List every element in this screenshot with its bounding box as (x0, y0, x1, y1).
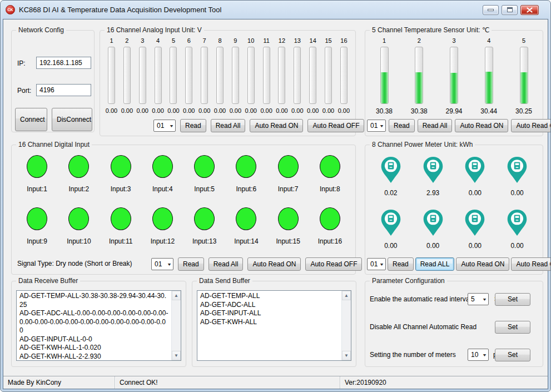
scroll-down-icon[interactable]: ▼ (172, 351, 181, 360)
digital-read-all-button[interactable]: Read All (209, 257, 244, 271)
power-meter-pin-icon (463, 209, 487, 237)
send-scrollbar[interactable]: ▲ ▼ (341, 291, 351, 360)
analog-channel-number: 3 (141, 37, 144, 46)
temperature-channel-value: 30.38 (376, 107, 393, 115)
temperature-channel: 430.44 (474, 37, 503, 115)
meters-select[interactable]: 10 ▼ (468, 349, 489, 361)
temperature-channel-number: 1 (383, 37, 386, 46)
status-connection: Connect OK! (115, 376, 340, 389)
status-version: Ver:20190920 (340, 376, 548, 389)
title-bar[interactable]: CK KC868 DI AI & Temperature Data Acquis… (1, 1, 550, 19)
digital-input-label: Input:15 (276, 237, 300, 245)
digital-auto-read-on-button[interactable]: Auto Read ON (247, 257, 301, 271)
power-controls: 01▼ReadRead ALLAuto Read ONAuto Read OFF (367, 257, 551, 271)
power-auto-read-on-button[interactable]: Auto Read ON (456, 257, 509, 271)
digital-input-indicator (27, 155, 47, 178)
digital-input-label: Input:6 (236, 185, 257, 193)
analog-channel-select[interactable]: 01▼ (153, 120, 176, 132)
receive-scrollbar[interactable]: ▲ ▼ (171, 291, 181, 360)
interval-set-button[interactable]: Set (495, 293, 530, 306)
temperature-auto-read-off-button[interactable]: Auto Read OFF (511, 119, 551, 132)
digital-read-button[interactable]: Read (178, 257, 204, 271)
power-meter: 0.02 (370, 156, 412, 197)
digital-input: Input:16 (309, 207, 351, 245)
analog-read-all-button[interactable]: Read All (211, 119, 246, 132)
temperature-channel-select[interactable]: 01▼ (367, 120, 386, 132)
close-icon (527, 7, 533, 13)
analog-channel-value: 0.00 (106, 107, 117, 114)
power-meter-pin-icon (379, 209, 403, 237)
digital-input: Input:1 (16, 155, 58, 193)
power-auto-read-off-button[interactable]: Auto Read OFF (511, 257, 551, 271)
disconnect-button[interactable]: DisConnect (52, 108, 92, 131)
analog-channel-value: 0.00 (276, 107, 287, 114)
scroll-up-icon[interactable]: ▲ (172, 291, 181, 300)
analog-channel-number: 1 (110, 37, 113, 46)
analog-channel-value: 0.00 (198, 107, 210, 114)
scroll-up-icon[interactable]: ▲ (342, 291, 351, 300)
digital-input-indicator (111, 207, 131, 230)
power-meter-group: 8 Channel Power Meter Unit: kWh 0.022.93… (365, 145, 543, 275)
connect-button[interactable]: Connect (15, 108, 47, 131)
analog-auto-read-on-button[interactable]: Auto Read ON (250, 119, 303, 132)
app-logo-text: CK (7, 8, 13, 12)
temperature-auto-read-on-button[interactable]: Auto Read ON (455, 119, 508, 132)
receive-buffer-box[interactable]: AD-GET-TEMP-ALL-30.38-30.38-29.94-30.44-… (16, 290, 181, 361)
power-channel-select[interactable]: 01▼ (367, 258, 386, 270)
ip-input[interactable] (36, 57, 91, 69)
disable-set-button[interactable]: Set (495, 321, 530, 334)
analog-channel: 80.00 (213, 37, 227, 114)
port-input[interactable] (36, 84, 91, 96)
analog-channel-number: 13 (294, 37, 301, 46)
minimize-icon (488, 9, 494, 11)
interval-select[interactable]: 5 ▼ (468, 293, 489, 305)
temperature-level-fill (485, 72, 493, 103)
analog-level-bar (232, 47, 239, 104)
temperature-read-all-button[interactable]: Read All (418, 119, 453, 132)
analog-channel-value: 0.00 (152, 107, 163, 114)
digital-input-label: Input:4 (152, 185, 173, 193)
temperature-level-fill (381, 72, 388, 103)
meters-row: Setting the number of meters 10 ▼ pcs Se… (370, 348, 538, 361)
temperature-channel-select-value: 01 (370, 122, 378, 130)
power-meter-pin-icon (505, 209, 529, 237)
digital-input-label: Input:5 (194, 185, 215, 193)
analog-channel-number: 2 (125, 37, 128, 46)
analog-level-bar (201, 47, 208, 104)
window-controls (483, 5, 545, 15)
power-meter-pin-icon (421, 209, 445, 237)
chevron-down-icon: ▼ (379, 262, 384, 266)
chevron-down-icon: ▼ (482, 297, 487, 301)
temperature-read-button[interactable]: Read (389, 119, 415, 132)
analog-read-button[interactable]: Read (180, 119, 206, 132)
analog-channel: 160.00 (337, 37, 351, 114)
scroll-down-icon[interactable]: ▼ (342, 351, 351, 360)
temperature-level-fill (520, 72, 528, 103)
analog-auto-read-off-button[interactable]: Auto Read OFF (307, 119, 364, 132)
minimize-button[interactable] (483, 5, 499, 15)
analog-channel-number: 8 (218, 37, 221, 46)
digital-input-indicator (278, 155, 299, 178)
analog-channel-number: 10 (247, 37, 254, 46)
power-meter-value: 0.00 (469, 189, 481, 197)
send-buffer-box[interactable]: AD-GET-TEMP-ALL AD-GET-ADC-ALL AD-GET-IN… (197, 290, 351, 361)
meters-set-button[interactable]: Set (495, 349, 530, 361)
analog-level-bar (139, 47, 146, 104)
power-meter: 0.00 (496, 209, 538, 250)
power-meter-value: 0.00 (469, 242, 481, 250)
power-read-all-button[interactable]: Read ALL (415, 257, 455, 271)
close-button[interactable] (520, 5, 539, 15)
client-area: Network Config IP: Port: Connect DisConn… (3, 19, 548, 389)
digital-auto-read-off-button[interactable]: Auto Read OFF (305, 257, 362, 271)
digital-input: Input:9 (16, 207, 58, 245)
digital-channel-select[interactable]: 01▼ (151, 258, 173, 270)
power-meter-value: 0.00 (510, 189, 523, 197)
temperature-channel: 530.25 (509, 37, 538, 115)
network-config-group: Network Config IP: Port: Connect DisConn… (11, 30, 95, 132)
maximize-button[interactable] (502, 5, 518, 15)
power-read-button[interactable]: Read (388, 257, 414, 271)
interval-select-value: 5 (471, 295, 475, 303)
digital-input-indicator (152, 207, 173, 230)
analog-level-bar (216, 47, 224, 104)
analog-channel: 110.00 (260, 37, 274, 114)
